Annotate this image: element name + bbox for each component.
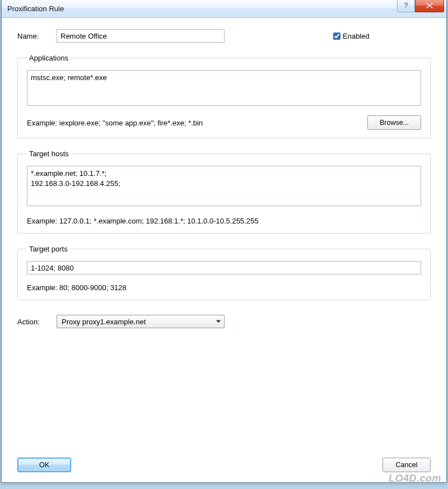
window-title: Proxification Rule: [7, 4, 397, 13]
cancel-button[interactable]: Cancel: [382, 458, 431, 472]
name-row: Name: Enabled: [17, 29, 431, 43]
ok-button[interactable]: OK: [17, 458, 71, 472]
proxification-rule-dialog: Proxification Rule Name: Enabled Applica…: [1, 0, 447, 483]
enabled-wrap: Enabled: [331, 31, 382, 41]
target-hosts-group: Target hosts Example: 127.0.0.1; *.examp…: [17, 150, 431, 234]
target-hosts-example: Example: 127.0.0.1; *.example.com; 192.1…: [27, 217, 421, 225]
dialog-content: Name: Enabled Applications Example: iexp…: [2, 18, 446, 338]
help-button[interactable]: [397, 0, 415, 12]
applications-legend: Applications: [27, 54, 71, 62]
dialog-footer: OK Cancel: [17, 458, 431, 472]
target-hosts-legend: Target hosts: [27, 150, 71, 158]
name-input[interactable]: [57, 29, 225, 43]
browse-button[interactable]: Browse...: [367, 115, 421, 130]
applications-textarea[interactable]: [27, 70, 421, 106]
name-label: Name:: [17, 32, 57, 40]
target-ports-legend: Target ports: [27, 245, 70, 253]
window-controls: [397, 0, 444, 12]
help-icon: [403, 2, 409, 9]
applications-group: Applications Example: iexplore.exe; "som…: [17, 54, 431, 138]
enabled-checkbox[interactable]: [333, 32, 340, 40]
target-hosts-textarea[interactable]: [27, 166, 421, 206]
action-select[interactable]: Proxy proxy1.example.net: [57, 315, 225, 328]
title-bar: Proxification Rule: [2, 0, 446, 18]
enabled-label: Enabled: [343, 32, 382, 40]
target-ports-input[interactable]: [27, 261, 421, 274]
target-ports-group: Target ports Example: 80; 8000-9000; 312…: [17, 245, 431, 300]
watermark: LO4D.com: [389, 473, 441, 485]
chevron-down-icon: [216, 320, 221, 323]
action-label: Action:: [17, 318, 57, 326]
close-button[interactable]: [415, 0, 444, 12]
target-ports-example: Example: 80; 8000-9000; 3128: [27, 283, 421, 292]
applications-example: Example: iexplore.exe; "some app.exe"; f…: [27, 119, 367, 127]
close-icon: [426, 3, 433, 8]
action-select-value: Proxy proxy1.example.net: [62, 318, 146, 326]
action-row: Action: Proxy proxy1.example.net: [17, 315, 431, 328]
